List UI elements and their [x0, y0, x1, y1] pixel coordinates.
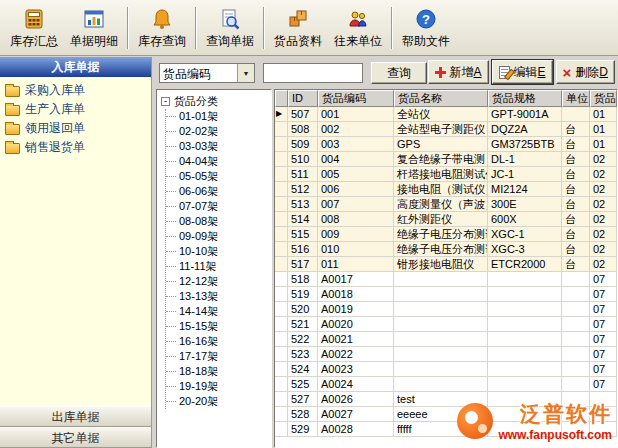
toolbar-button-goods-data[interactable]: 货品资料 — [268, 2, 328, 54]
table-cell: 002 — [318, 122, 394, 137]
tree-item-20-20架[interactable]: 20-20架 — [166, 394, 271, 409]
table-cell: 009 — [318, 227, 394, 242]
table-row[interactable]: 524A002307 — [275, 362, 617, 377]
table-cell — [488, 317, 562, 332]
column-header-1[interactable]: ID — [288, 90, 318, 107]
toolbar-button-label: 单据明细 — [70, 33, 118, 50]
sidebar-item-1[interactable]: 采购入库单 — [0, 81, 151, 100]
table-cell: 521 — [288, 317, 318, 332]
sidebar-item-2[interactable]: 生产入库单 — [0, 100, 151, 119]
toolbar-button-inventory-query[interactable]: 库存查询 — [132, 2, 192, 54]
table-cell — [488, 407, 562, 422]
toolbar-button-help-file[interactable]: ?帮助文件 — [396, 2, 456, 54]
tree-item-14-14架[interactable]: 14-14架 — [166, 304, 271, 319]
table-row[interactable]: 509003GPSGM3725BTB台01 — [275, 137, 617, 152]
query-button[interactable]: 查询 — [371, 62, 427, 84]
tree-item-15-15架[interactable]: 15-15架 — [166, 319, 271, 334]
toolbar-button-label: 帮助文件 — [402, 33, 450, 50]
table-row[interactable]: 529A0028fffff — [275, 422, 617, 437]
table-cell: DL-1 — [488, 152, 562, 167]
tree-item-19-19架[interactable]: 19-19架 — [166, 379, 271, 394]
table-row[interactable]: 525A002407 — [275, 377, 617, 392]
tree-item-10-10架[interactable]: 10-10架 — [166, 244, 271, 259]
sidebar-header-inbound[interactable]: 入库单据 — [0, 57, 151, 77]
row-indicator — [275, 287, 288, 302]
add-button[interactable]: 新增A — [428, 60, 489, 84]
toolbar-button-query-document[interactable]: 查询单据 — [200, 2, 260, 54]
table-row[interactable]: 515009绝缘子电压分布测试仪XGC-1台02 — [275, 227, 617, 242]
column-header-2[interactable]: 货品编码 — [318, 90, 394, 107]
tree-item-05-05架[interactable]: 05-05架 — [166, 169, 271, 184]
tree-item-08-08架[interactable]: 08-08架 — [166, 214, 271, 229]
collapse-icon[interactable]: - — [161, 97, 170, 106]
table-cell: 绝缘子电压分布测试仪 — [394, 227, 488, 242]
column-header-5[interactable]: 单位 — [562, 90, 590, 107]
sidebar-items: 采购入库单生产入库单领用退回单销售退货单 — [0, 77, 151, 406]
sidebar-item-4[interactable]: 销售退货单 — [0, 138, 151, 157]
main-area: 货品编码 ▼ 查询 新增A编辑E×删除D - 货品分类 01-01架02-02架… — [153, 57, 618, 448]
table-cell — [562, 107, 590, 122]
table-cell: 508 — [288, 122, 318, 137]
panel-bar-other[interactable]: 其它单据 — [0, 427, 151, 448]
table-cell: test — [394, 392, 488, 407]
tree-item-16-16架[interactable]: 16-16架 — [166, 334, 271, 349]
table-cell — [488, 287, 562, 302]
tree-item-06-06架[interactable]: 06-06架 — [166, 184, 271, 199]
table-row[interactable]: 528A0027eeeee — [275, 407, 617, 422]
table-row[interactable]: 518A001707 — [275, 272, 617, 287]
tree-item-04-04架[interactable]: 04-04架 — [166, 154, 271, 169]
table-row[interactable]: 519A001807 — [275, 287, 617, 302]
chevron-down-icon[interactable]: ▼ — [237, 64, 254, 82]
row-indicator — [275, 257, 288, 272]
table-row[interactable]: 516010绝缘子电压分布测试仪XGC-3台02 — [275, 242, 617, 257]
tree-item-12-12架[interactable]: 12-12架 — [166, 274, 271, 289]
table-row[interactable]: 511005杆塔接地电阻测试仪JC-1台02 — [275, 167, 617, 182]
table-cell — [590, 407, 617, 422]
table-row[interactable]: 508002全站型电子测距仪DQZ2A台01 — [275, 122, 617, 137]
sidebar-item-3[interactable]: 领用退回单 — [0, 119, 151, 138]
table-row[interactable]: 521A002007 — [275, 317, 617, 332]
table-cell: eeeee — [394, 407, 488, 422]
panel-bar-outbound[interactable]: 出库单据 — [0, 406, 151, 427]
tree-item-17-17架[interactable]: 17-17架 — [166, 349, 271, 364]
row-indicator — [275, 242, 288, 257]
table-row[interactable]: 523A002207 — [275, 347, 617, 362]
column-header-6[interactable]: 货品分类 — [590, 90, 617, 107]
edit-button[interactable]: 编辑E — [492, 60, 553, 84]
table-cell: 台 — [562, 257, 590, 272]
table-row[interactable]: 517011钳形接地电阻仪ETCR2000台02 — [275, 257, 617, 272]
table-row[interactable]: ▶507001全站仪GPT-9001A01 — [275, 107, 617, 122]
table-row[interactable]: 514008红外测距仪600X台02 — [275, 212, 617, 227]
sidebar: 入库单据 采购入库单生产入库单领用退回单销售退货单 出库单据 其它单据 — [0, 57, 152, 448]
table-row[interactable]: 522A002107 — [275, 332, 617, 347]
tree-item-13-13架[interactable]: 13-13架 — [166, 289, 271, 304]
tree-item-11-11架[interactable]: 11-11架 — [166, 259, 271, 274]
toolbar-button-inventory-summary[interactable]: 库存汇总 — [4, 2, 64, 54]
tree-root[interactable]: - 货品分类 — [161, 93, 271, 109]
tree-item-09-09架[interactable]: 09-09架 — [166, 229, 271, 244]
table-row[interactable]: 512006接地电阻（测试仪）MI2124台02 — [275, 182, 617, 197]
inventory-query-icon — [150, 7, 174, 31]
search-input[interactable] — [263, 63, 363, 83]
table-row[interactable]: 513007高度测量仪（声波）300E台02 — [275, 197, 617, 212]
add-icon — [435, 67, 446, 78]
toolbar-separator — [195, 7, 197, 49]
search-field-select[interactable]: 货品编码 ▼ — [159, 63, 255, 83]
tree-item-07-07架[interactable]: 07-07架 — [166, 199, 271, 214]
table-cell: 01 — [590, 122, 617, 137]
column-header-3[interactable]: 货品名称 — [394, 90, 488, 107]
column-header-4[interactable]: 货品规格 — [488, 90, 562, 107]
table-cell: 07 — [590, 332, 617, 347]
table-row[interactable]: 520A001907 — [275, 302, 617, 317]
toolbar-button-document-detail[interactable]: 单据明细 — [64, 2, 124, 54]
tree-item-02-02架[interactable]: 02-02架 — [166, 124, 271, 139]
tree-item-18-18架[interactable]: 18-18架 — [166, 364, 271, 379]
tree-item-03-03架[interactable]: 03-03架 — [166, 139, 271, 154]
table-cell — [562, 422, 590, 437]
toolbar-button-partner-unit[interactable]: 往来单位 — [328, 2, 388, 54]
tree-item-01-01架[interactable]: 01-01架 — [166, 109, 271, 124]
table-row[interactable]: 510004复合绝缘子带电测DL-1台02 — [275, 152, 617, 167]
delete-button[interactable]: ×删除D — [556, 60, 615, 84]
row-indicator — [275, 407, 288, 422]
table-row[interactable]: 527A0026test — [275, 392, 617, 407]
